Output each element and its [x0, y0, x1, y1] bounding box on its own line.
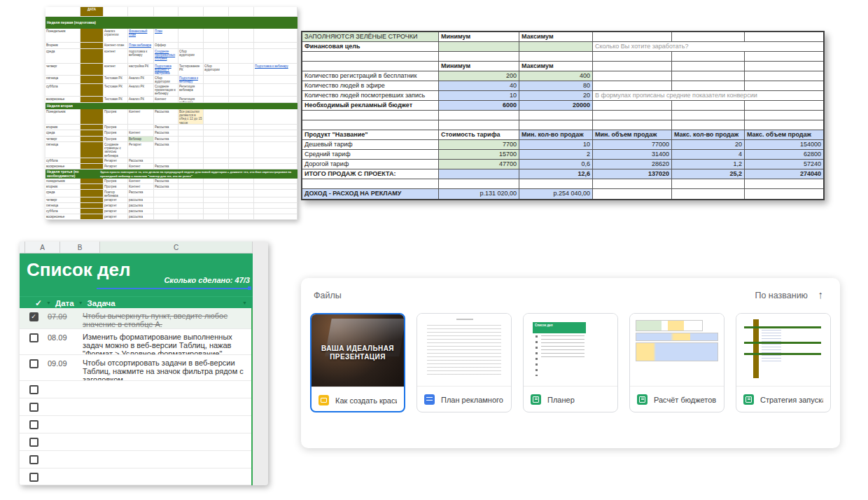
- cell: [178, 214, 204, 220]
- cell: [254, 164, 298, 169]
- cell: [672, 189, 745, 199]
- cell: Создание прогревочных обложек: [154, 49, 178, 64]
- task-date: [48, 416, 83, 433]
- task-text: [83, 468, 251, 485]
- task-checkbox[interactable]: [29, 438, 38, 447]
- schedule-link[interactable]: План: [155, 29, 162, 33]
- cell: Рассылка: [154, 164, 178, 169]
- cell: [229, 49, 254, 64]
- budget-row: [302, 120, 823, 130]
- checkbox-cell: [20, 416, 48, 433]
- file-card[interactable]: Стратегия запуска ...: [736, 313, 831, 412]
- cell: [178, 29, 204, 43]
- cell: 2: [519, 150, 593, 160]
- files-panel: Файлы По названию ↑ ВАША ИДЕАЛЬНАЯ ПРЕЗЕ…: [301, 278, 840, 448]
- budget-row: МинимумМаксимум: [302, 62, 823, 71]
- cell: [204, 84, 229, 97]
- schedule-day-row: ВторникКонтент-планПлан вебинараОффер: [46, 43, 298, 49]
- cell: [302, 111, 439, 120]
- checkbox-cell: [20, 329, 48, 354]
- cell: [745, 32, 823, 42]
- day-label: Вторник: [46, 43, 80, 49]
- schedule-day-row: субботаретаргетрассылка: [46, 209, 298, 214]
- task-checkbox[interactable]: ✓: [29, 312, 38, 321]
- cell: Количество регистраций в бесплатник: [302, 71, 439, 81]
- cell: Тестовая РК: [104, 97, 128, 103]
- cell: [178, 184, 204, 190]
- budget-row: Продукт "Название"Стоимость тарифаМин. к…: [302, 130, 823, 140]
- task-checkbox[interactable]: [29, 420, 38, 429]
- file-card[interactable]: План рекламного п...: [416, 313, 512, 412]
- cell: [439, 52, 519, 62]
- cell: [254, 130, 298, 137]
- week-band: Неделя вторая: [46, 103, 298, 109]
- task-checkbox[interactable]: [29, 455, 38, 464]
- cell: 7700: [439, 140, 519, 150]
- corner-cell: [20, 242, 25, 254]
- sort-by-name-button[interactable]: По названию: [755, 291, 808, 300]
- cell: [519, 111, 593, 120]
- file-title: Расчёт бюджетов (...: [654, 396, 717, 404]
- todo-row: 09.09Чтобы отсортировать задачи в веб-ве…: [20, 355, 251, 381]
- schedule-link[interactable]: Финансовый план: [129, 29, 147, 36]
- schedule-link[interactable]: План вебинара: [129, 43, 151, 47]
- cell: Вебинар: [128, 137, 154, 142]
- cell: [254, 197, 298, 203]
- filter-icon[interactable]: ▼: [46, 300, 51, 305]
- cell: [254, 125, 298, 130]
- cell: Необходимый рекламный бюджет: [302, 101, 439, 111]
- file-card[interactable]: Список делПланер: [523, 313, 618, 412]
- cell: [46, 7, 80, 17]
- cell: План: [154, 29, 178, 43]
- cell: [302, 120, 439, 130]
- cell: [254, 84, 298, 97]
- selection-handle[interactable]: [248, 286, 251, 290]
- task-checkbox[interactable]: [29, 385, 38, 394]
- cell: [204, 203, 229, 209]
- schedule-day-row: ПонедельникАнализ стратегииФинансовый пл…: [46, 29, 298, 43]
- task-text: [83, 416, 251, 433]
- file-thumbnail: [630, 314, 724, 387]
- cell: [229, 97, 254, 103]
- task-checkbox[interactable]: [29, 333, 38, 342]
- cell: [229, 130, 254, 137]
- thumbnail-decoration: [744, 342, 821, 344]
- cell: настройка РК: [128, 64, 154, 76]
- file-titlebar: Расчёт бюджетов (...: [630, 387, 724, 412]
- schedule-link[interactable]: Подготовка к вебинару: [179, 76, 198, 83]
- file-card[interactable]: Расчёт бюджетов (...: [629, 313, 724, 412]
- cell: [254, 76, 298, 84]
- cell: [229, 158, 254, 164]
- date-cell: [80, 109, 104, 125]
- cell: [204, 209, 229, 214]
- column-letter-a: A: [25, 242, 60, 254]
- sort-direction-icon[interactable]: ↑: [818, 289, 824, 300]
- schedule-link[interactable]: Создание прогревочных обложек: [155, 50, 175, 60]
- schedule-link[interactable]: Подготовка воронки + настройка: [155, 64, 172, 75]
- task-checkbox[interactable]: [29, 473, 38, 482]
- cell: Подготовка к вебинару: [254, 64, 298, 76]
- budget-row: [302, 52, 823, 62]
- cell: 1,2: [672, 160, 745, 169]
- todo-row: [20, 468, 251, 485]
- file-titlebar: План рекламного п...: [417, 387, 511, 412]
- cell: 31400: [593, 150, 672, 160]
- cell: [439, 169, 519, 179]
- task-checkbox[interactable]: [29, 403, 38, 412]
- filter-icon[interactable]: ▼: [78, 300, 83, 305]
- date-cell: [80, 84, 104, 97]
- schedule-link[interactable]: Подготовка к вебинару: [255, 64, 288, 68]
- date-cell: [80, 209, 104, 214]
- day-label: пятница: [46, 203, 80, 209]
- cell: [204, 214, 229, 220]
- thumbnail-decoration: [744, 353, 821, 355]
- cell: [229, 190, 254, 197]
- cell: Прогрев: [104, 130, 128, 137]
- cell: В формулах прописаны средние показатели …: [593, 91, 823, 101]
- filter-icon[interactable]: ▼: [242, 300, 247, 305]
- task-checkbox[interactable]: [29, 359, 38, 368]
- cell: Количество людей в эфире: [302, 81, 439, 91]
- cell: [593, 52, 672, 62]
- file-card[interactable]: ВАША ИДЕАЛЬНАЯ ПРЕЗЕНТАЦИЯКак создать кр…: [310, 313, 405, 412]
- budget-row: [302, 179, 823, 189]
